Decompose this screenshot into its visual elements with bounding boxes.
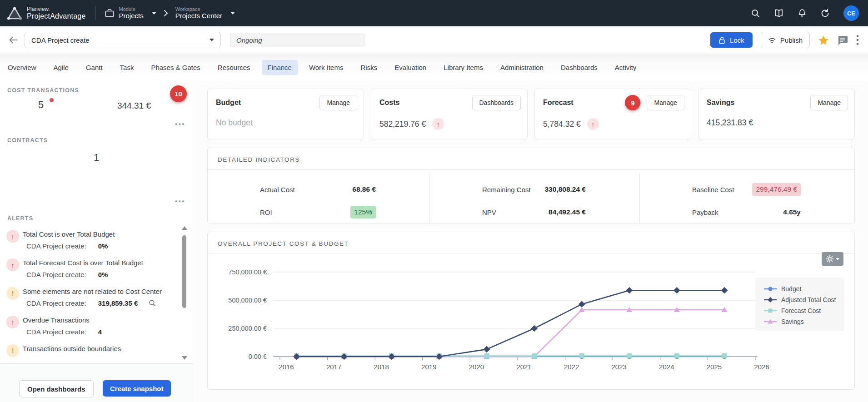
svg-text:2019: 2019 [421, 363, 436, 371]
ellipsis-menu[interactable]: ••• [175, 120, 185, 127]
tab-dashboards[interactable]: Dashboards [555, 60, 604, 75]
brand: Planview. ProjectAdvantage [0, 6, 86, 20]
dashboards-button[interactable]: Dashboards [472, 95, 521, 110]
alerts-scrollbar[interactable] [181, 226, 187, 360]
project-name: CDA Project create [31, 36, 90, 44]
triangle-marker-icon [763, 318, 777, 325]
tab-resources[interactable]: Resources [212, 60, 256, 75]
finance-sidebar: COST TRANSACTIONS 10 5 344.31 € ••• CONT… [0, 81, 193, 402]
forecast-card: Forecast9Manage5,784.32 €↑ [534, 89, 691, 139]
scroll-thumb[interactable] [182, 235, 186, 308]
lock-button[interactable]: Lock [710, 32, 753, 48]
card-value: No budget [216, 118, 253, 128]
ellipsis-menu[interactable]: ••• [175, 198, 185, 204]
cost-transactions-amount: 344.31 € [100, 101, 168, 111]
indicator-value: 4.65y [783, 208, 801, 216]
alert-item[interactable]: !Transactions outside boundaries [0, 342, 173, 359]
tab-administration[interactable]: Administration [494, 60, 549, 75]
avatar[interactable]: CE [843, 5, 859, 21]
manage-button[interactable]: Manage [647, 95, 684, 110]
manage-button[interactable]: Manage [319, 95, 357, 110]
indicator-remaining-cost: Remaining Cost330,808.24 € [430, 178, 639, 201]
alert-item[interactable]: ↑Overdue TransactionsCDA Project create:… [0, 313, 173, 342]
alert-warning-icon: ! [6, 287, 19, 300]
notes-feed-icon[interactable] [837, 35, 848, 45]
svg-text:500,000.00 €: 500,000.00 € [228, 297, 267, 304]
indicator-value: 84,492.45 € [549, 208, 586, 216]
costs-card: CostsDashboards582,219.76 €↑ [371, 89, 528, 139]
create-snapshot-button[interactable]: Create snapshot [103, 380, 171, 397]
unlock-icon [718, 36, 726, 44]
scroll-up-arrow[interactable] [182, 226, 187, 230]
tab-risks[interactable]: Risks [354, 60, 383, 75]
svg-text:2017: 2017 [326, 363, 341, 371]
publish-button[interactable]: Publish [761, 32, 810, 48]
unread-dot [50, 98, 54, 102]
kebab-menu-icon[interactable] [856, 35, 859, 45]
tab-phases-gates[interactable]: Phases & Gates [145, 60, 206, 75]
indicator-label: Actual Cost [260, 186, 295, 194]
forecast-alert-badge: 9 [625, 95, 640, 110]
savings-card: SavingsManage415,231.83 € [698, 89, 855, 139]
module-value: Projects [119, 12, 144, 20]
svg-text:2021: 2021 [516, 363, 531, 371]
workspace-value: Projects Center [175, 12, 222, 20]
sidebar-footer: Open dashboards Create snapshot [0, 363, 193, 402]
notifications-bell-icon[interactable] [798, 9, 807, 18]
search-icon[interactable] [751, 9, 760, 18]
open-dashboards-button[interactable]: Open dashboards [19, 380, 94, 397]
alert-detail: CDA Project create:0% [26, 271, 173, 278]
section-title: CONTRACTS [0, 131, 193, 144]
trend-up-icon: ↑ [432, 118, 444, 130]
tab-library-items[interactable]: Library Items [438, 60, 489, 75]
workspace-switcher[interactable]: Workspace Projects Center [175, 6, 235, 20]
manage-button[interactable]: Manage [810, 95, 848, 110]
back-button[interactable] [8, 35, 18, 45]
indicator-value: 299,476.49 € [752, 183, 801, 196]
detailed-indicators-panel: DETAILED INDICATORS Actual Cost68.86 €RO… [207, 148, 855, 223]
card-title: Budget [216, 99, 241, 107]
refresh-icon[interactable] [820, 9, 830, 18]
alert-detail: CDA Project create:0% [26, 242, 173, 250]
alert-item[interactable]: ↑Total Forecast Cost is over Total Budge… [0, 256, 173, 284]
publish-icon [768, 37, 776, 44]
cost-transactions-count: 5 [26, 99, 55, 111]
project-select[interactable]: CDA Project create [25, 32, 221, 48]
tab-task[interactable]: Task [114, 60, 140, 75]
indicator-value: 68.86 € [352, 185, 376, 194]
briefcase-icon [105, 8, 115, 18]
alert-item[interactable]: ↑Total Cost is over Total BudgetCDA Proj… [0, 227, 173, 256]
finance-main: BudgetManageNo budgetCostsDashboards582,… [193, 81, 868, 402]
svg-text:2018: 2018 [374, 363, 389, 371]
tab-overview[interactable]: Overview [2, 60, 42, 75]
search-icon[interactable] [149, 299, 156, 307]
alert-title: Some elements are not related to Cost Ce… [23, 287, 173, 296]
chart-legend: BudgetAdjusted Total CostForecast CostSa… [755, 278, 844, 331]
alert-item[interactable]: !Some elements are not related to Cost C… [0, 284, 173, 313]
legend-item-forecast-cost[interactable]: Forecast Cost [763, 305, 844, 316]
help-book-icon[interactable] [774, 9, 784, 18]
scroll-down-arrow[interactable] [182, 356, 187, 360]
legend-label: Forecast Cost [781, 307, 821, 314]
indicator-label: Remaining Cost [482, 186, 531, 194]
tab-activity[interactable]: Activity [609, 60, 643, 75]
circle-marker-icon [763, 286, 777, 292]
contracts-count: 1 [0, 152, 193, 164]
chevron-down-icon [152, 12, 156, 15]
legend-item-adjusted-total-cost[interactable]: Adjusted Total Cost [763, 294, 844, 305]
tab-finance[interactable]: Finance [262, 60, 298, 75]
card-title: Savings [707, 99, 734, 107]
legend-item-savings[interactable]: Savings [763, 316, 844, 327]
alert-critical-icon: ↑ [6, 258, 19, 271]
status-field[interactable]: Ongoing [230, 33, 364, 47]
alert-critical-icon: ↑ [6, 316, 19, 328]
trend-up-icon: ↑ [587, 118, 599, 130]
tab-agile[interactable]: Agile [48, 60, 75, 75]
tab-work-items[interactable]: Work Items [303, 60, 349, 75]
indicator-payback: Payback4.65y [640, 201, 854, 223]
legend-item-budget[interactable]: Budget [763, 283, 844, 294]
tab-evaluation[interactable]: Evaluation [389, 60, 432, 75]
tab-gantt[interactable]: Gantt [80, 60, 109, 75]
favorite-star-icon[interactable] [818, 35, 829, 45]
module-switcher[interactable]: Module Projects [105, 6, 156, 20]
